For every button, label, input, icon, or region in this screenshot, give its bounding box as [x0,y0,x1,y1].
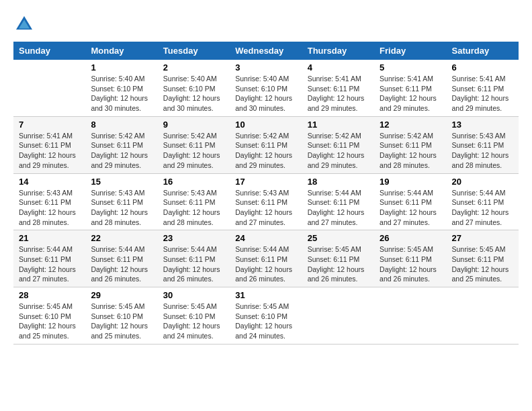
calendar-week-row: 1Sunrise: 5:40 AMSunset: 6:10 PMDaylight… [13,60,519,116]
day-info: Sunrise: 5:41 AMSunset: 6:11 PMDaylight:… [19,131,80,171]
calendar-cell: 2Sunrise: 5:40 AMSunset: 6:10 PMDaylight… [158,60,230,116]
day-number: 27 [452,233,513,243]
day-number: 8 [91,120,152,130]
day-info: Sunrise: 5:45 AMSunset: 6:11 PMDaylight:… [380,244,441,284]
calendar-cell: 7Sunrise: 5:41 AMSunset: 6:11 PMDaylight… [13,116,85,173]
calendar-cell: 10Sunrise: 5:42 AMSunset: 6:11 PMDayligh… [230,116,302,173]
day-info: Sunrise: 5:41 AMSunset: 6:11 PMDaylight:… [380,74,441,113]
day-info: Sunrise: 5:43 AMSunset: 6:11 PMDaylight:… [163,188,224,228]
calendar-cell: 27Sunrise: 5:45 AMSunset: 6:11 PMDayligh… [447,230,519,287]
column-header-tuesday: Tuesday [158,42,230,60]
calendar-cell: 17Sunrise: 5:43 AMSunset: 6:11 PMDayligh… [230,173,302,230]
day-number: 16 [163,177,224,187]
day-info: Sunrise: 5:44 AMSunset: 6:11 PMDaylight:… [19,244,80,284]
day-number: 2 [163,62,224,73]
day-info: Sunrise: 5:43 AMSunset: 6:11 PMDaylight:… [235,188,296,228]
calendar-cell [447,287,519,345]
day-info: Sunrise: 5:43 AMSunset: 6:11 PMDaylight:… [452,131,513,171]
day-number: 12 [380,120,441,130]
calendar-cell: 21Sunrise: 5:44 AMSunset: 6:11 PMDayligh… [13,230,85,287]
calendar-cell [302,287,374,345]
calendar-cell: 20Sunrise: 5:44 AMSunset: 6:11 PMDayligh… [447,173,519,230]
day-info: Sunrise: 5:45 AMSunset: 6:11 PMDaylight:… [308,244,369,284]
calendar-cell: 5Sunrise: 5:41 AMSunset: 6:11 PMDaylight… [374,60,446,116]
day-info: Sunrise: 5:42 AMSunset: 6:11 PMDaylight:… [91,131,152,171]
day-number: 22 [91,233,152,243]
calendar-cell: 31Sunrise: 5:45 AMSunset: 6:10 PMDayligh… [230,287,302,345]
day-number: 17 [235,177,296,187]
day-info: Sunrise: 5:45 AMSunset: 6:10 PMDaylight:… [19,302,80,341]
day-number: 10 [235,120,296,130]
day-number: 3 [235,62,296,73]
day-number: 11 [308,120,369,130]
logo-icon [13,13,35,35]
day-info: Sunrise: 5:44 AMSunset: 6:11 PMDaylight:… [308,188,369,228]
day-info: Sunrise: 5:42 AMSunset: 6:11 PMDaylight:… [308,131,369,171]
calendar-cell: 11Sunrise: 5:42 AMSunset: 6:11 PMDayligh… [302,116,374,173]
calendar-cell: 4Sunrise: 5:41 AMSunset: 6:11 PMDaylight… [302,60,374,116]
day-info: Sunrise: 5:40 AMSunset: 6:10 PMDaylight:… [235,74,296,113]
day-number: 13 [452,120,513,130]
calendar-week-row: 7Sunrise: 5:41 AMSunset: 6:11 PMDaylight… [13,116,519,173]
day-number: 15 [91,177,152,187]
calendar-cell: 19Sunrise: 5:44 AMSunset: 6:11 PMDayligh… [374,173,446,230]
day-info: Sunrise: 5:44 AMSunset: 6:11 PMDaylight:… [452,188,513,228]
calendar-cell: 26Sunrise: 5:45 AMSunset: 6:11 PMDayligh… [374,230,446,287]
day-info: Sunrise: 5:42 AMSunset: 6:11 PMDaylight:… [380,131,441,171]
day-number: 28 [19,290,80,300]
column-header-friday: Friday [374,42,446,60]
calendar-cell: 16Sunrise: 5:43 AMSunset: 6:11 PMDayligh… [158,173,230,230]
day-info: Sunrise: 5:41 AMSunset: 6:11 PMDaylight:… [308,74,369,113]
column-header-monday: Monday [85,42,157,60]
calendar-table: SundayMondayTuesdayWednesdayThursdayFrid… [13,42,519,345]
calendar-cell: 22Sunrise: 5:44 AMSunset: 6:11 PMDayligh… [85,230,157,287]
day-info: Sunrise: 5:41 AMSunset: 6:11 PMDaylight:… [452,74,513,113]
calendar-cell: 29Sunrise: 5:45 AMSunset: 6:10 PMDayligh… [85,287,157,345]
calendar-cell: 3Sunrise: 5:40 AMSunset: 6:10 PMDaylight… [230,60,302,116]
calendar-cell: 30Sunrise: 5:45 AMSunset: 6:10 PMDayligh… [158,287,230,345]
calendar-cell: 14Sunrise: 5:43 AMSunset: 6:11 PMDayligh… [13,173,85,230]
calendar-cell: 23Sunrise: 5:44 AMSunset: 6:11 PMDayligh… [158,230,230,287]
day-number: 9 [163,120,224,130]
day-number: 1 [91,62,152,73]
day-number: 24 [235,233,296,243]
day-number: 19 [380,177,441,187]
day-number: 20 [452,177,513,187]
calendar-cell [374,287,446,345]
column-header-saturday: Saturday [447,42,519,60]
day-number: 18 [308,177,369,187]
day-info: Sunrise: 5:43 AMSunset: 6:11 PMDaylight:… [91,188,152,228]
column-header-sunday: Sunday [13,42,85,60]
column-header-thursday: Thursday [302,42,374,60]
calendar-cell: 25Sunrise: 5:45 AMSunset: 6:11 PMDayligh… [302,230,374,287]
day-number: 7 [19,120,80,130]
day-info: Sunrise: 5:42 AMSunset: 6:11 PMDaylight:… [235,131,296,171]
calendar-week-row: 28Sunrise: 5:45 AMSunset: 6:10 PMDayligh… [13,287,519,345]
calendar-cell: 12Sunrise: 5:42 AMSunset: 6:11 PMDayligh… [374,116,446,173]
calendar-header-row: SundayMondayTuesdayWednesdayThursdayFrid… [13,42,519,60]
day-info: Sunrise: 5:44 AMSunset: 6:11 PMDaylight:… [235,244,296,284]
calendar-cell [13,60,85,116]
calendar-week-row: 14Sunrise: 5:43 AMSunset: 6:11 PMDayligh… [13,173,519,230]
day-info: Sunrise: 5:45 AMSunset: 6:11 PMDaylight:… [452,244,513,284]
day-number: 23 [163,233,224,243]
calendar-cell: 28Sunrise: 5:45 AMSunset: 6:10 PMDayligh… [13,287,85,345]
day-info: Sunrise: 5:40 AMSunset: 6:10 PMDaylight:… [91,74,152,113]
logo [13,13,38,35]
day-number: 4 [308,62,369,73]
day-info: Sunrise: 5:42 AMSunset: 6:11 PMDaylight:… [163,131,224,171]
day-number: 5 [380,62,441,73]
day-number: 30 [163,290,224,300]
page-header [13,13,519,35]
day-number: 14 [19,177,80,187]
calendar-cell: 8Sunrise: 5:42 AMSunset: 6:11 PMDaylight… [85,116,157,173]
day-info: Sunrise: 5:40 AMSunset: 6:10 PMDaylight:… [163,74,224,113]
calendar-cell: 24Sunrise: 5:44 AMSunset: 6:11 PMDayligh… [230,230,302,287]
calendar-cell: 15Sunrise: 5:43 AMSunset: 6:11 PMDayligh… [85,173,157,230]
day-number: 31 [235,290,296,300]
calendar-cell: 9Sunrise: 5:42 AMSunset: 6:11 PMDaylight… [158,116,230,173]
calendar-week-row: 21Sunrise: 5:44 AMSunset: 6:11 PMDayligh… [13,230,519,287]
day-info: Sunrise: 5:45 AMSunset: 6:10 PMDaylight:… [235,302,296,341]
day-info: Sunrise: 5:44 AMSunset: 6:11 PMDaylight:… [91,244,152,284]
calendar-cell: 1Sunrise: 5:40 AMSunset: 6:10 PMDaylight… [85,60,157,116]
